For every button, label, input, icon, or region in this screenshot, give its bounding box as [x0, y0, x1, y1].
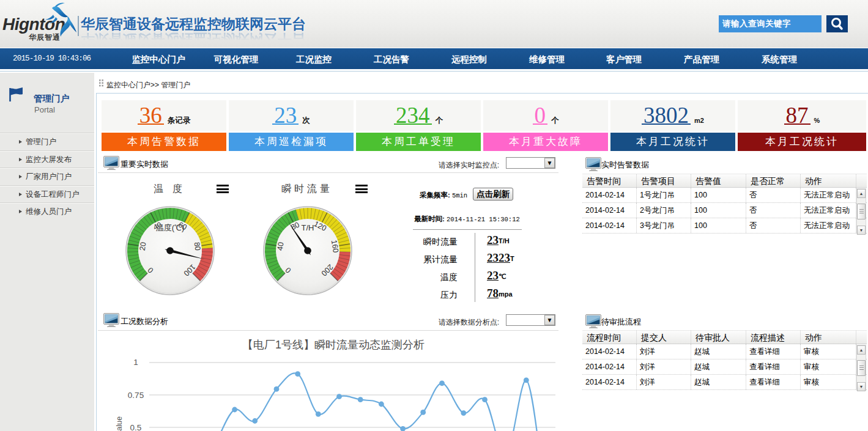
svg-text:20: 20 — [138, 241, 147, 251]
svg-text:40: 40 — [275, 241, 285, 251]
svg-text:80: 80 — [192, 241, 202, 251]
svg-text:温度(℃): 温度(℃) — [155, 223, 184, 232]
svg-text:T/H: T/H — [301, 223, 314, 232]
